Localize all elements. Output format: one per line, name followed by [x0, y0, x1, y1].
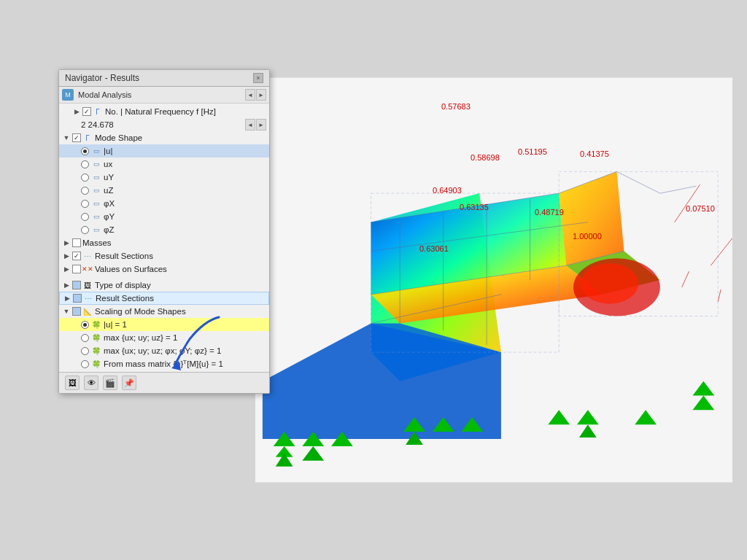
- frequency-checkbox[interactable]: [82, 107, 91, 116]
- nav-next-arrow[interactable]: ►: [256, 89, 266, 101]
- value-label-1: 0.58698: [471, 153, 500, 162]
- scaling-max-icon1: 🍀: [91, 332, 101, 343]
- footer-image-icon[interactable]: 🖼: [65, 376, 80, 390]
- masses-row[interactable]: ▶ Masses: [59, 236, 269, 249]
- scaling-max-all-radio[interactable]: [81, 347, 89, 355]
- scaling-icon: 📐: [82, 306, 93, 316]
- masses-expand[interactable]: ▶: [62, 238, 71, 247]
- values-on-surfaces-row[interactable]: ▶ ✕✕ Values on Surfaces: [59, 262, 269, 276]
- nav-content: ▶ Γ No. | Natural Frequency f [Hz] 2 24.…: [59, 104, 269, 372]
- nav-title: Navigator - Results: [65, 73, 139, 83]
- scaling-checkbox[interactable]: [72, 307, 81, 316]
- mode-shape-checkbox[interactable]: [72, 133, 81, 142]
- uz-icon: ▭: [91, 185, 101, 195]
- scaling-max-icon2: 🍀: [91, 346, 101, 356]
- phiz-row[interactable]: ▭ φZ: [59, 223, 269, 236]
- type-display-icon: 🖼: [82, 280, 93, 290]
- frequency-value-row: 2 24.678 ◄ ►: [59, 118, 269, 131]
- result-sections-row-bottom[interactable]: ▶ ⋯ Result Sections: [59, 292, 269, 305]
- values-checkbox[interactable]: [72, 265, 81, 273]
- masses-checkbox[interactable]: [72, 238, 81, 247]
- footer-pin-icon[interactable]: 📌: [122, 376, 136, 390]
- values-expand[interactable]: ▶: [62, 265, 71, 273]
- phiz-label: φZ: [104, 225, 114, 234]
- value-label-5: 0.63135: [460, 203, 489, 211]
- scaling-label: Scaling of Mode Shapes: [95, 307, 186, 316]
- scaling-row[interactable]: ▼ 📐 Scaling of Mode Shapes: [59, 305, 269, 318]
- scaling-abs1-radio[interactable]: [81, 321, 89, 329]
- phiy-radio[interactable]: [81, 213, 89, 221]
- uy-row[interactable]: ▭ uY: [59, 171, 269, 184]
- freq-next[interactable]: ►: [256, 119, 266, 131]
- type-of-display-label: Type of display: [95, 281, 151, 289]
- values-icon: ✕✕: [82, 264, 93, 274]
- phix-radio[interactable]: [81, 200, 89, 208]
- uy-radio[interactable]: [81, 174, 89, 182]
- type-display-expand[interactable]: ▶: [62, 281, 71, 289]
- result-sections-expand-bottom[interactable]: ▶: [63, 294, 71, 303]
- value-label-7: 1.00000: [573, 232, 602, 241]
- phix-row[interactable]: ▭ φX: [59, 197, 269, 210]
- frequency-label: No. | Natural Frequency f [Hz]: [105, 107, 216, 116]
- frequency-row: ▶ Γ No. | Natural Frequency f [Hz]: [59, 105, 269, 118]
- result-sections-label-top: Result Sections: [95, 252, 153, 260]
- workspace: 0.57683 0.58698 0.51195 0.41375 0.64903 …: [0, 0, 747, 560]
- result-sections-label-bottom: Result Sections: [96, 294, 154, 303]
- phix-icon: ▭: [91, 198, 101, 209]
- abs-u-radio[interactable]: [81, 147, 89, 155]
- mode-shape-icon: Γ: [82, 133, 93, 143]
- result-sections-row-top[interactable]: ▶ ⋯ Result Sections: [59, 249, 269, 262]
- freq-prev[interactable]: ◄: [245, 119, 255, 131]
- phiy-icon: ▭: [91, 211, 101, 222]
- footer-video-icon[interactable]: 🎬: [103, 376, 117, 390]
- scaling-abs1-icon: 🍀: [91, 319, 101, 330]
- mode-shape-label: Mode Shape: [95, 133, 142, 142]
- abs-u-row[interactable]: ▭ |u|: [59, 144, 269, 158]
- scaling-max-uxuyuz-row[interactable]: 🍀 max {ux; uy; uz} = 1: [59, 331, 269, 344]
- masses-label: Masses: [82, 238, 112, 247]
- value-label-6: 0.48719: [535, 208, 564, 217]
- svg-point-9: [581, 263, 638, 303]
- scaling-expand[interactable]: ▼: [62, 307, 71, 316]
- result-sections-expand-top[interactable]: ▶: [62, 252, 71, 260]
- uz-radio[interactable]: [81, 187, 89, 195]
- phiz-radio[interactable]: [81, 226, 89, 234]
- values-on-surfaces-label: Values on Surfaces: [95, 265, 167, 273]
- phiy-row[interactable]: ▭ φY: [59, 210, 269, 223]
- scaling-mass-icon: 🍀: [91, 359, 101, 369]
- scaling-from-mass-label: From mass matrix {u}ᵀ[M]{u} = 1: [104, 359, 223, 369]
- type-display-checkbox[interactable]: [72, 281, 81, 289]
- result-sections-checkbox-top[interactable]: [72, 252, 81, 260]
- uz-label: uZ: [104, 186, 113, 195]
- scaling-max-all-label: max {ux; uy; uz; φx; φY; φz} = 1: [104, 346, 221, 355]
- abs-u-icon: ▭: [91, 146, 101, 156]
- ux-icon: ▭: [91, 159, 101, 169]
- scaling-abs1-row[interactable]: 🍀 |u| = 1: [59, 318, 269, 331]
- mode-shape-expand[interactable]: ▼: [62, 133, 71, 142]
- uy-label: uY: [104, 173, 114, 182]
- modal-analysis-label: Modal Analysis: [75, 90, 244, 99]
- scaling-abs1-label: |u| = 1: [104, 320, 127, 329]
- nav-prev-arrow[interactable]: ◄: [245, 89, 255, 101]
- frequency-expand[interactable]: ▶: [72, 107, 81, 116]
- scaling-max-all-row[interactable]: 🍀 max {ux; uy; uz; φx; φY; φz} = 1: [59, 344, 269, 357]
- value-label-9: 0.07510: [686, 204, 715, 213]
- type-of-display-row[interactable]: ▶ 🖼 Type of display: [59, 279, 269, 292]
- phix-label: φX: [104, 199, 115, 208]
- ux-row[interactable]: ▭ ux: [59, 158, 269, 171]
- value-label-0: 0.57683: [441, 102, 471, 111]
- result-sections-icon-top: ⋯: [82, 251, 93, 261]
- scaling-max-uxuyuz-radio[interactable]: [81, 334, 89, 342]
- value-label-8: 0.63061: [419, 244, 449, 253]
- uz-row[interactable]: ▭ uZ: [59, 184, 269, 197]
- footer-eye-icon[interactable]: 👁: [84, 376, 98, 390]
- scaling-from-mass-row[interactable]: 🍀 From mass matrix {u}ᵀ[M]{u} = 1: [59, 357, 269, 370]
- result-sections-icon-bottom: ⋯: [83, 293, 93, 303]
- ux-radio[interactable]: [81, 160, 89, 168]
- navigator-panel: Navigator - Results × M Modal Analysis ◄…: [58, 69, 270, 394]
- result-sections-checkbox-bottom[interactable]: [73, 294, 82, 303]
- phiy-label: φY: [104, 212, 115, 221]
- scaling-from-mass-radio[interactable]: [81, 360, 89, 368]
- nav-close-button[interactable]: ×: [253, 73, 263, 83]
- ux-label: ux: [104, 160, 112, 168]
